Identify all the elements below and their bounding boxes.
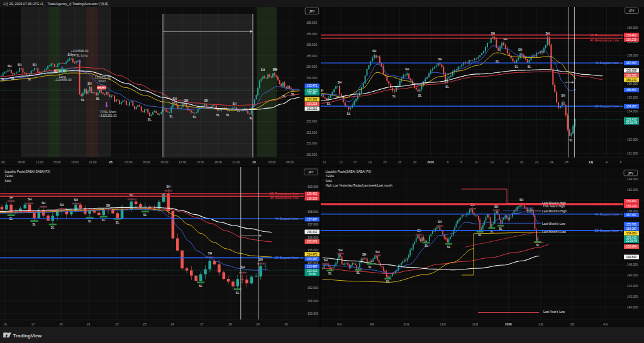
svg-text:24: 24: [550, 161, 553, 164]
svg-text:155.000: 155.000: [306, 55, 317, 58]
svg-text:SL: SL: [199, 285, 203, 288]
svg-text:SHORT: SHORT: [97, 86, 106, 89]
svg-text:Last Month's Low: Last Month's Low: [542, 231, 566, 234]
svg-text:140.000: 140.000: [627, 306, 638, 309]
svg-text:JPY: JPY: [309, 9, 315, 13]
svg-text:SL: SL: [447, 246, 451, 249]
svg-text:SH: SH: [518, 48, 523, 52]
svg-text:4h Support Line →: 4h Support Line →: [595, 212, 623, 216]
svg-text:23:26:48: 23:26:48: [626, 239, 637, 242]
svg-text:17: 17: [31, 323, 35, 326]
svg-text:06:00: 06:00: [143, 161, 150, 164]
svg-text:+1321251.02: +1321251.02: [99, 114, 116, 117]
svg-text:4h Resistance Line →: 4h Resistance Line →: [590, 38, 623, 42]
svg-text:16: 16: [3, 323, 7, 326]
svg-text:SH: SH: [438, 220, 442, 224]
svg-text:158.000: 158.000: [627, 210, 638, 213]
svg-text:22: 22: [535, 161, 539, 164]
svg-text:151.000: 151.000: [308, 300, 318, 303]
svg-text:TEMA: TEMA: [326, 175, 335, 178]
svg-text:1D Resistance Line →: 1D Resistance Line →: [589, 33, 623, 37]
svg-text:SMA: SMA: [5, 180, 12, 183]
svg-text:Last Week's High: Last Week's High: [542, 202, 566, 205]
svg-text:155.761: 155.761: [626, 223, 637, 226]
svg-text:SL: SL: [328, 272, 332, 275]
svg-text:151.500: 151.500: [306, 131, 317, 134]
svg-text:SH: SH: [233, 102, 237, 106]
svg-text:SH: SH: [106, 204, 111, 207]
svg-text:SL: SL: [1, 78, 5, 81]
svg-text:SL: SL: [418, 94, 422, 97]
svg-text:SH: SH: [405, 68, 409, 71]
svg-text:4: 4: [606, 161, 608, 164]
svg-text:156.500: 156.500: [306, 21, 317, 24]
svg-text:1D Support Line →: 1D Support Line →: [594, 229, 623, 232]
svg-text:03:26:48: 03:26:48: [626, 121, 637, 124]
svg-text:21:00: 21:00: [89, 161, 96, 164]
svg-text:155.557: 155.557: [626, 89, 637, 92]
svg-text:SH: SH: [324, 259, 328, 262]
svg-text:SH: SH: [338, 249, 343, 252]
svg-text:30: 30: [284, 323, 288, 326]
svg-text:151.000: 151.000: [627, 152, 638, 155]
svg-text:SL: SL: [81, 99, 85, 102]
svg-text:19: 19: [368, 161, 372, 164]
svg-text:SL: SL: [357, 271, 360, 275]
svg-text:153.497: 153.497: [307, 265, 318, 268]
svg-text:6: 6: [447, 161, 449, 164]
svg-text:29: 29: [252, 161, 256, 164]
svg-text:160.000: 160.000: [627, 26, 638, 30]
svg-text:SH: SH: [362, 253, 367, 256]
svg-text:28: 28: [109, 161, 113, 164]
svg-text:157.467: 157.467: [626, 214, 637, 217]
svg-text:16: 16: [505, 161, 509, 164]
svg-text:151.000: 151.000: [306, 142, 317, 145]
svg-text:01:48: 01:48: [309, 92, 316, 95]
svg-text:TEMA: TEMA: [5, 175, 14, 178]
svg-text:SH: SH: [208, 252, 213, 255]
svg-text:159.462: 159.462: [626, 200, 637, 203]
svg-text:154.500: 154.500: [306, 65, 317, 68]
svg-text:4h Resistance Line →: 4h Resistance Line →: [270, 196, 303, 200]
svg-text:24: 24: [170, 323, 174, 326]
svg-text:154.000: 154.000: [306, 77, 317, 80]
svg-text:SL: SL: [216, 114, 220, 117]
svg-text:SL: SL: [169, 115, 173, 118]
svg-text:SMA: SMA: [326, 180, 333, 183]
svg-text:148.000: 148.000: [627, 263, 638, 266]
svg-text:SH: SH: [438, 58, 442, 61]
svg-text:Last Year's Low: Last Year's Low: [543, 310, 565, 313]
svg-text:SH: SH: [519, 199, 524, 202]
svg-text:156.343: 156.343: [626, 79, 637, 82]
svg-text:SH: SH: [241, 266, 245, 269]
svg-text:JPY: JPY: [628, 172, 634, 175]
svg-text:SL: SL: [347, 112, 351, 116]
svg-text:SH: SH: [338, 81, 342, 84]
svg-text:23: 23: [383, 161, 387, 164]
svg-text:1D Support Line →: 1D Support Line →: [594, 104, 623, 108]
svg-text:SH: SH: [258, 258, 263, 261]
svg-text:159.462: 159.462: [307, 192, 318, 195]
svg-text:15:00: 15:00: [196, 161, 204, 164]
svg-text:156.442: 156.442: [307, 231, 318, 234]
svg-text:155.000: 155.000: [308, 249, 318, 252]
svg-text:150.500: 150.500: [306, 153, 317, 156]
svg-text:SH: SH: [561, 94, 565, 97]
svg-text:156.000: 156.000: [308, 236, 318, 239]
svg-text:SL: SL: [28, 78, 31, 81]
svg-text:SH: SH: [60, 204, 64, 207]
svg-text:SL: SL: [386, 280, 390, 283]
svg-text:SH: SH: [172, 97, 177, 101]
svg-text:159.239: 159.239: [307, 197, 318, 200]
svg-text:157.467: 157.467: [307, 218, 318, 221]
svg-text:14: 14: [490, 161, 494, 164]
svg-text:SH: SH: [274, 68, 278, 71]
svg-text:22: 22: [115, 323, 119, 326]
svg-text:SH: SH: [204, 99, 209, 102]
svg-text:Liquidity Pools(SABAI SABAI FX: Liquidity Pools(SABAI SABAI FX): [5, 170, 51, 173]
svg-text:SL: SL: [148, 118, 152, 121]
svg-text:2月: 2月: [589, 160, 593, 165]
svg-text:1D Support Line →: 1D Support Line →: [274, 256, 303, 259]
svg-text:TP/SL Short: TP/SL Short: [100, 111, 117, 114]
svg-text:High Low Yesterday/Today/Last: High Low Yesterday/Today/Last week/Last …: [326, 184, 393, 187]
